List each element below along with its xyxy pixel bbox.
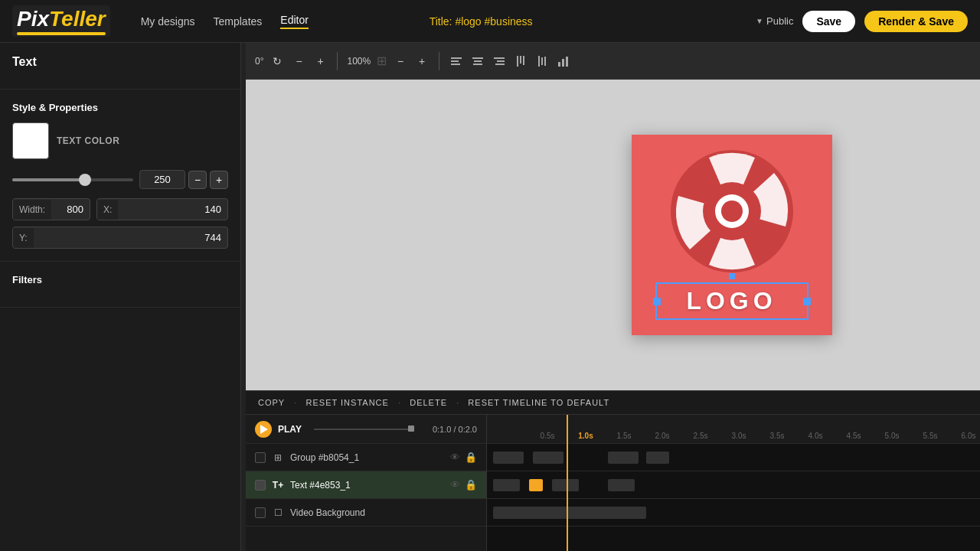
font-size-slider[interactable] — [12, 178, 133, 181]
svg-point-21 — [721, 201, 743, 222]
style-properties-section: Style & Properties TEXT COLOR − + Wid — [0, 90, 240, 262]
align-middle-icon[interactable] — [534, 54, 550, 69]
svg-rect-3 — [472, 57, 483, 59]
video-track-row — [487, 499, 980, 527]
reset-instance-action[interactable]: RESET INSTANCE — [306, 398, 389, 407]
svg-rect-10 — [520, 56, 521, 64]
nav-templates[interactable]: Templates — [214, 15, 263, 28]
group-visibility-icon[interactable]: 👁 — [450, 452, 460, 463]
layer-text[interactable]: T+ Text #4e853_1 👁 🔒 — [246, 471, 486, 499]
align-center-h-icon[interactable] — [470, 54, 485, 69]
zoom-plus-icon[interactable]: + — [414, 54, 430, 69]
svg-rect-6 — [494, 57, 505, 59]
font-size-decrease[interactable]: − — [188, 171, 207, 189]
video-segment[interactable] — [493, 507, 646, 519]
nav-my-designs[interactable]: My designs — [141, 15, 195, 28]
y-value: 744 — [34, 227, 227, 248]
ruler-mark-1: 1.0s — [567, 432, 605, 440]
rotate-icon[interactable]: ↻ — [270, 54, 285, 69]
font-size-input-group: − + — [139, 170, 228, 189]
video-checkbox[interactable] — [255, 507, 266, 518]
panel-text-title: Text — [12, 55, 228, 69]
svg-rect-2 — [451, 64, 460, 65]
text-color-label: TEXT COLOR — [57, 135, 119, 146]
align-top-icon[interactable] — [513, 54, 528, 69]
text-segment-1[interactable] — [493, 479, 520, 491]
group-layer-actions: 👁 🔒 — [450, 452, 477, 463]
save-button[interactable]: Save — [802, 11, 855, 32]
text-segment-2[interactable] — [552, 479, 579, 491]
rotate-plus-icon[interactable]: + — [312, 54, 328, 69]
video-layer-icon: ☐ — [272, 507, 284, 519]
font-size-slider-row: − + — [12, 170, 228, 189]
zoom-minus-icon[interactable]: − — [393, 54, 408, 69]
svg-rect-5 — [473, 64, 482, 65]
align-left-icon[interactable] — [449, 54, 464, 69]
play-row: PLAY 0:1.0 / 0:2.0 — [246, 415, 486, 444]
filters-section: Filters — [0, 262, 240, 308]
group-segment-2[interactable] — [533, 452, 564, 464]
svg-rect-17 — [566, 57, 568, 67]
app-logo[interactable]: PixTeller — [12, 5, 110, 37]
svg-rect-0 — [451, 57, 462, 59]
align-right-icon[interactable] — [492, 54, 507, 69]
layer-video-bg[interactable]: ☐ Video Background — [246, 499, 486, 527]
ruler-mark-5: 5.0s — [873, 432, 911, 440]
text-segment-3[interactable] — [608, 479, 635, 491]
group-checkbox[interactable] — [255, 452, 266, 463]
text-segment-active[interactable] — [529, 479, 543, 491]
ruler-mark-25: 2.5s — [681, 432, 720, 440]
text-visibility-icon[interactable]: 👁 — [450, 479, 460, 491]
group-segment-4[interactable] — [646, 452, 669, 464]
font-size-increase[interactable]: + — [210, 171, 228, 189]
y-row: Y: 744 — [12, 227, 228, 249]
group-name: Group #b8054_1 — [290, 452, 444, 463]
design-canvas[interactable]: LOGO — [632, 135, 832, 335]
handle-right[interactable] — [803, 298, 811, 305]
render-save-button[interactable]: Render & Save — [864, 11, 968, 32]
delete-action[interactable]: DELETE — [410, 398, 447, 407]
group-track-row — [487, 444, 980, 471]
logo-text-container[interactable]: LOGO — [655, 282, 808, 320]
text-checkbox[interactable] — [255, 480, 266, 491]
svg-rect-11 — [523, 56, 524, 65]
text-color-swatch[interactable] — [12, 122, 49, 159]
filters-label: Filters — [12, 274, 228, 285]
text-color-row: TEXT COLOR — [12, 122, 228, 159]
ruler-mark-2: 2.0s — [643, 432, 681, 440]
font-size-input[interactable] — [139, 170, 185, 189]
public-toggle[interactable]: ▼ Public — [756, 15, 793, 27]
text-lock-icon[interactable]: 🔒 — [465, 479, 477, 491]
top-navigation: PixTeller My designs Templates Editor Ti… — [0, 0, 980, 43]
zoom-value: 100% — [347, 56, 371, 67]
logo-text: LOGO — [657, 287, 807, 315]
svg-rect-1 — [451, 60, 459, 62]
svg-rect-13 — [541, 57, 543, 65]
layer-group[interactable]: ⊞ Group #b8054_1 👁 🔒 — [246, 444, 486, 471]
canvas-toolbar: 0° ↻ − + 100% ⊞ − + — [246, 43, 980, 80]
play-button[interactable] — [255, 421, 272, 438]
text-section: Text — [0, 43, 240, 90]
ruler-mark-45: 4.5s — [835, 432, 873, 440]
group-segment-3[interactable] — [608, 452, 639, 464]
handle-top[interactable] — [729, 273, 735, 279]
ruler-mark-35: 3.5s — [758, 432, 796, 440]
svg-rect-14 — [544, 57, 546, 66]
nav-editor[interactable]: Editor — [280, 14, 309, 29]
group-lock-icon[interactable]: 🔒 — [465, 452, 477, 463]
group-segment-1[interactable] — [493, 452, 524, 464]
chart-icon[interactable] — [556, 54, 571, 69]
rotate-minus-icon[interactable]: − — [291, 54, 306, 69]
toolbar-sep-2 — [439, 52, 439, 70]
rotation-value: 0° — [255, 56, 263, 67]
handle-left[interactable] — [653, 298, 661, 305]
reset-timeline-action[interactable]: RESET TIMELINE TO DEFAULT — [468, 398, 609, 407]
play-icon — [260, 425, 268, 434]
y-group: Y: 744 — [12, 227, 228, 249]
copy-action[interactable]: COPY — [258, 398, 285, 407]
timeline-scrubber[interactable] — [408, 425, 414, 432]
logo-teller: Teller — [49, 7, 106, 31]
canvas-area: 0° ↻ − + 100% ⊞ − + — [246, 43, 980, 551]
dimensions-row: Width: 800 X: 140 — [12, 198, 228, 220]
svg-rect-12 — [538, 56, 540, 67]
